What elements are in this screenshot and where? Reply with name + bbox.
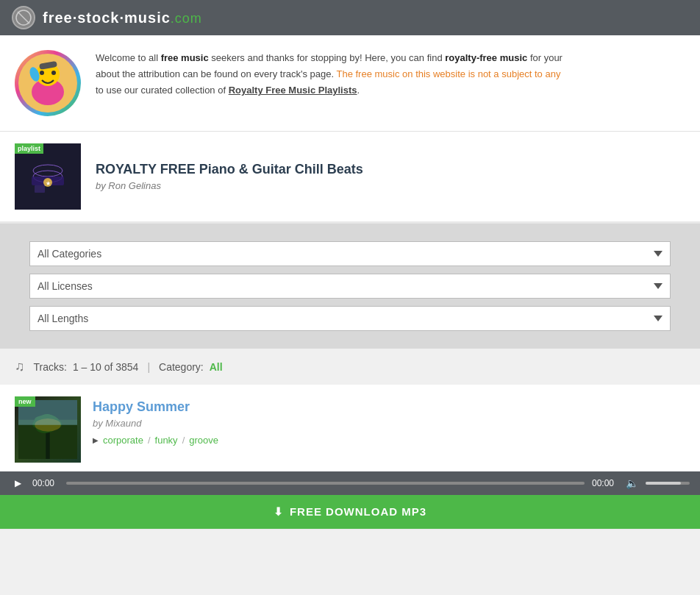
welcome-text-2: seekers and thanks for stopping by! Here… xyxy=(209,52,446,63)
track-top: new Happy Summer xyxy=(15,396,685,463)
welcome-text: Welcome to all free music seekers and th… xyxy=(96,50,685,99)
track-tags: ▶ corporate / funky / groove xyxy=(93,435,685,446)
volume-fill xyxy=(646,482,681,485)
track-thumb-wrapper: new xyxy=(15,396,81,463)
welcome-orange: The free music on this website is not a … xyxy=(336,68,560,79)
tag-corporate[interactable]: corporate xyxy=(103,435,143,446)
download-button[interactable]: ⬇FREE DOWNLOAD MP3 xyxy=(0,495,700,529)
track-new-badge: new xyxy=(15,396,35,407)
welcome-text-1: Welcome to all xyxy=(96,52,161,63)
logo-com: .com xyxy=(171,11,202,26)
svg-point-6 xyxy=(51,71,56,75)
welcome-text-4: about the attribution can be found on ev… xyxy=(96,68,336,79)
category-all-link[interactable]: All xyxy=(210,361,223,373)
music-note-icon: ♫ xyxy=(15,359,25,374)
download-label: FREE DOWNLOAD MP3 xyxy=(290,505,426,518)
playlist-section: playlist ★ ROYALTY FREE Piano & Guitar C… xyxy=(0,132,700,224)
volume-icon[interactable]: 🔈 xyxy=(626,477,638,489)
separator: | xyxy=(147,361,150,373)
tag-groove[interactable]: groove xyxy=(189,435,218,446)
royalty-free-link[interactable]: Royalty Free Music Playlists xyxy=(229,85,357,96)
licenses-select[interactable]: All Licenses Attribution 3.0 Attribution… xyxy=(29,274,671,299)
playlist-title[interactable]: ROYALTY FREE Piano & Guitar Chill Beats xyxy=(96,162,363,177)
welcome-free-music: free music xyxy=(161,52,209,63)
playlist-badge: playlist xyxy=(15,143,43,154)
tags-play-icon[interactable]: ▶ xyxy=(93,436,99,444)
welcome-text-3: for your xyxy=(527,52,562,63)
track-title[interactable]: Happy Summer xyxy=(93,399,685,415)
audio-player: ▶ 00:00 00:00 🔈 xyxy=(0,471,700,495)
time-end: 00:00 xyxy=(592,478,618,488)
svg-line-1 xyxy=(18,12,29,24)
track-card: new Happy Summer xyxy=(0,385,700,530)
playlist-thumb-wrapper: playlist ★ xyxy=(15,143,81,210)
welcome-text-5: to use our curated collection of xyxy=(96,85,229,96)
svg-text:★: ★ xyxy=(46,180,51,187)
time-start: 00:00 xyxy=(32,478,59,488)
tracks-label: Tracks: xyxy=(34,361,67,373)
playlist-author: by Ron Gelinas xyxy=(96,180,363,191)
slash-2: / xyxy=(182,435,185,446)
site-logo[interactable]: free·stock·music.com xyxy=(43,10,202,26)
svg-rect-13 xyxy=(35,185,45,193)
progress-bar[interactable] xyxy=(66,482,585,485)
slash-1: / xyxy=(148,435,151,446)
svg-point-5 xyxy=(40,71,44,75)
tag-funky[interactable]: funky xyxy=(155,435,178,446)
volume-slider[interactable] xyxy=(646,482,690,485)
tracks-range: 1 – 10 of 3854 xyxy=(73,361,139,373)
logo-icon xyxy=(12,6,35,29)
track-info: Happy Summer by Mixaund ▶ corporate / fu… xyxy=(93,396,685,446)
welcome-section: Welcome to all free music seekers and th… xyxy=(0,35,700,132)
tracks-info-bar: ♫ Tracks: 1 – 10 of 3854 | Category: All xyxy=(0,349,700,385)
lengths-select[interactable]: All Lengths 0-30 seconds 30-60 seconds 1… xyxy=(29,306,671,331)
playlist-info: ROYALTY FREE Piano & Guitar Chill Beats … xyxy=(96,162,363,191)
category-label: Category: xyxy=(159,361,204,373)
avatar xyxy=(15,50,81,116)
logo-brand: free·stock·music xyxy=(43,10,171,26)
download-icon: ⬇ xyxy=(274,505,284,518)
welcome-royalty-free: royalty-free music xyxy=(445,52,527,63)
play-pause-button[interactable]: ▶ xyxy=(10,478,25,488)
site-header: free·stock·music.com xyxy=(0,0,700,35)
track-author: by Mixaund xyxy=(93,418,685,429)
filter-section: All Categories Ambient Classical Electro… xyxy=(0,224,700,349)
categories-select[interactable]: All Categories Ambient Classical Electro… xyxy=(29,241,671,266)
